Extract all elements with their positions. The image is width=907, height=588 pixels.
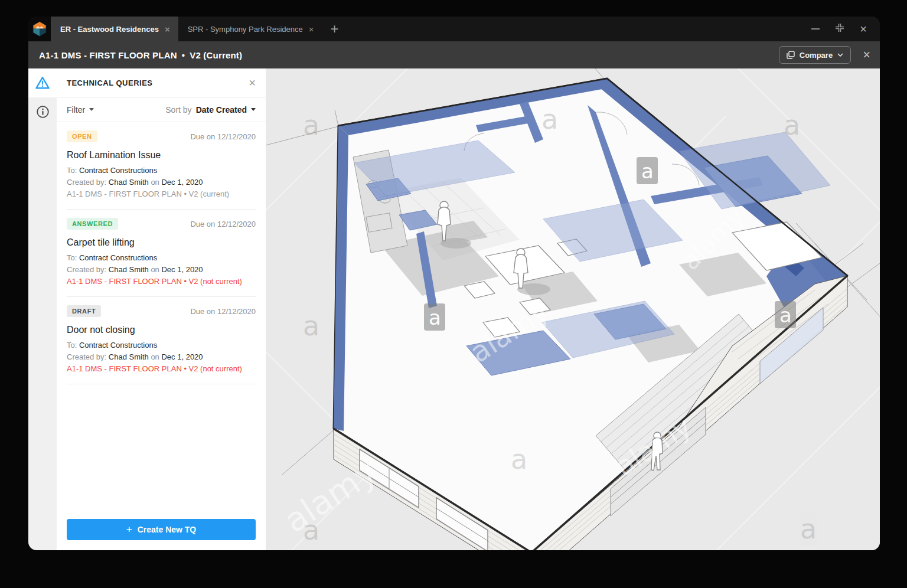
plus-icon: + <box>126 524 132 535</box>
app-logo-icon <box>32 21 47 37</box>
tab-close-icon[interactable]: × <box>309 25 314 34</box>
query-to: To: Contract Constructions <box>67 165 256 177</box>
tabbar-spacer <box>347 17 812 41</box>
compare-button[interactable]: Compare <box>779 46 851 64</box>
technical-queries-tool[interactable] <box>28 68 57 97</box>
minimize-button[interactable] <box>811 28 820 30</box>
sort-dropdown[interactable]: Sort by Date Created <box>165 105 256 115</box>
document-name: A1-1 DMS - FIRST FLOOR PLAN <box>39 50 177 60</box>
window-close-button[interactable]: × <box>860 23 867 35</box>
due-date: Due on 12/12/2020 <box>190 132 256 141</box>
technical-queries-panel: TECHNICAL QUERIES × Filter Sort by Date … <box>57 68 266 550</box>
info-tool[interactable] <box>36 105 50 121</box>
svg-text:a: a <box>429 306 441 329</box>
panel-close-button[interactable]: × <box>249 77 256 89</box>
query-to: To: Contract Constructions <box>67 252 256 264</box>
document-version: V2 (Current) <box>190 50 242 60</box>
compare-label: Compare <box>800 51 833 60</box>
tab-bar: ER - Eastwood Residences × SPR - Symphon… <box>28 17 880 41</box>
svg-text:a: a <box>303 109 319 141</box>
caret-down-icon <box>251 108 256 111</box>
svg-text:a: a <box>511 443 527 475</box>
tab-symphony-park-residence[interactable]: SPR - Symphony Park Residence × <box>178 17 322 41</box>
sort-by-label: Sort by <box>165 105 191 115</box>
tab-eastwood-residences[interactable]: ER - Eastwood Residences × <box>51 17 178 41</box>
query-doc-ref: A1-1 DMS - FIRST FLOOR PLAN • V2 (not cu… <box>67 276 256 288</box>
due-date: Due on 12/12/2020 <box>190 220 256 228</box>
sort-value: Date Created <box>196 105 247 115</box>
tool-rail-lower <box>28 97 57 550</box>
query-title: Door not closing <box>67 325 256 335</box>
tool-rail <box>28 68 57 550</box>
query-created: Created by: Chad Smith on Dec 1, 2020 <box>67 351 256 363</box>
query-doc-ref: A1-1 DMS - FIRST FLOOR PLAN • V2 (not cu… <box>67 363 256 375</box>
query-created: Created by: Chad Smith on Dec 1, 2020 <box>67 264 256 276</box>
tab-label: ER - Eastwood Residences <box>60 25 159 34</box>
query-created: Created by: Chad Smith on Dec 1, 2020 <box>67 177 256 188</box>
compare-copy-icon <box>787 51 795 59</box>
query-title: Carpet tile lifting <box>67 237 256 248</box>
svg-text:a: a <box>784 109 800 141</box>
document-header: A1-1 DMS - FIRST FLOOR PLAN•V2 (Current)… <box>28 41 880 68</box>
chevron-down-icon <box>837 53 843 57</box>
window-controls: × <box>811 17 880 41</box>
viewer-close-button[interactable]: × <box>863 48 870 61</box>
create-new-tq-button[interactable]: + Create New TQ <box>67 519 256 540</box>
svg-text:a: a <box>800 513 817 545</box>
info-icon <box>36 105 50 119</box>
svg-text:a: a <box>641 159 654 183</box>
query-card-door-not-closing[interactable]: DRAFT Due on 12/12/2020 Door not closing… <box>67 297 256 384</box>
document-title: A1-1 DMS - FIRST FLOOR PLAN•V2 (Current) <box>39 50 242 60</box>
panel-title: TECHNICAL QUERIES <box>67 79 153 87</box>
query-doc-ref: A1-1 DMS - FIRST FLOOR PLAN • V2 (curren… <box>67 188 256 200</box>
status-badge: ANSWERED <box>67 218 118 230</box>
filter-label: Filter <box>67 105 85 115</box>
filter-dropdown[interactable]: Filter <box>67 105 94 115</box>
restore-icon <box>835 23 844 32</box>
query-list: OPEN Due on 12/12/2020 Roof Lamination I… <box>57 122 266 519</box>
create-new-tq-label: Create New TQ <box>138 525 197 534</box>
due-date: Due on 12/12/2020 <box>190 307 256 316</box>
query-to: To: Contract Constructions <box>67 339 256 351</box>
app-window: ER - Eastwood Residences × SPR - Symphon… <box>28 17 880 550</box>
content-area: TECHNICAL QUERIES × Filter Sort by Date … <box>28 68 880 550</box>
query-title: Roof Lamination Issue <box>67 150 256 161</box>
app-logo-button[interactable] <box>28 17 51 41</box>
drawing-viewport[interactable]: a a a a a a a a a a alamy alamy alamy <box>266 68 880 550</box>
svg-text:a: a <box>303 310 319 342</box>
status-badge: DRAFT <box>67 305 101 317</box>
svg-text:a: a <box>779 303 792 327</box>
caret-down-icon <box>89 108 94 111</box>
svg-text:a: a <box>541 103 558 135</box>
query-card-roof-lamination[interactable]: OPEN Due on 12/12/2020 Roof Lamination I… <box>67 122 256 210</box>
restore-button[interactable] <box>835 23 844 35</box>
new-tab-button[interactable]: + <box>322 17 347 41</box>
tab-close-icon[interactable]: × <box>165 25 170 34</box>
tab-label: SPR - Symphony Park Residence <box>188 25 303 34</box>
status-badge: OPEN <box>67 130 97 142</box>
floor-plan-image: a a a a a a a a a a alamy alamy alamy <box>266 68 880 550</box>
warning-triangle-icon <box>35 76 50 90</box>
query-card-carpet-tile[interactable]: ANSWERED Due on 12/12/2020 Carpet tile l… <box>67 210 256 297</box>
title-bullet: • <box>182 50 185 60</box>
